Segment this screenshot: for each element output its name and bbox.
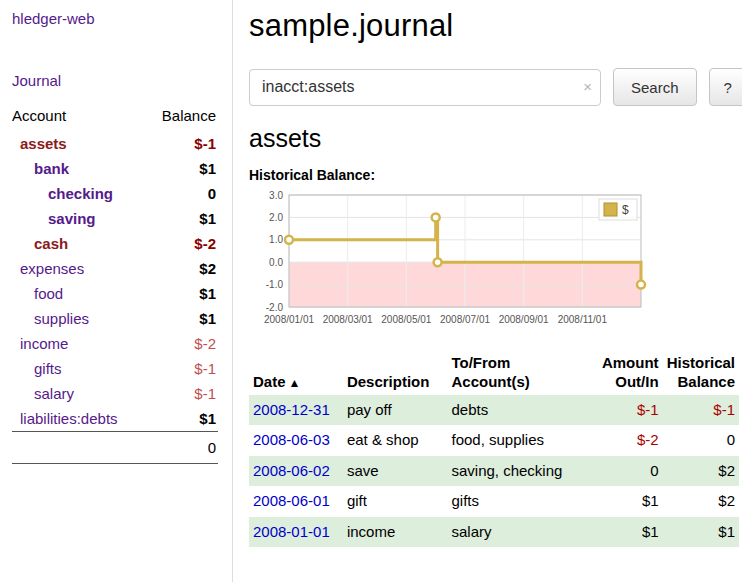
search-form: × Search ?: [249, 68, 742, 106]
svg-text:0.0: 0.0: [269, 257, 283, 268]
account-balance: $1: [142, 285, 218, 302]
transaction-date-link[interactable]: 2008-01-01: [253, 523, 330, 540]
account-balance: 0: [142, 185, 218, 202]
account-balance: $1: [142, 210, 218, 227]
account-link-income[interactable]: income: [20, 335, 68, 352]
transaction-description: save: [347, 462, 379, 479]
register-table: Date▲ Description To/From Account(s) Amo…: [249, 351, 739, 547]
description-column-header: Description: [343, 351, 448, 395]
account-balance: $1: [142, 310, 218, 327]
register-row: 2008-12-31 pay off debts $-1 $-1: [249, 395, 739, 426]
date-column-header[interactable]: Date▲: [249, 351, 343, 395]
account-row: assets $-1: [12, 131, 218, 156]
search-button[interactable]: Search: [613, 68, 697, 106]
transaction-amount: $-1: [637, 401, 659, 418]
svg-text:2008/03/01: 2008/03/01: [323, 314, 373, 325]
main-content: sample.journal × Search ? assets Histori…: [233, 0, 742, 582]
amount-column-header: Amount Out/In: [591, 351, 663, 395]
register-header-row: Date▲ Description To/From Account(s) Amo…: [249, 351, 739, 395]
account-column-header: Account: [12, 103, 142, 131]
svg-text:$: $: [622, 203, 629, 217]
transaction-accounts: food, supplies: [451, 431, 544, 448]
transaction-accounts: salary: [451, 523, 491, 540]
transaction-date-link[interactable]: 2008-06-02: [253, 462, 330, 479]
account-balance: $-2: [142, 235, 218, 252]
svg-text:2008/09/01: 2008/09/01: [499, 314, 549, 325]
svg-text:2008/05/01: 2008/05/01: [381, 314, 431, 325]
transaction-date-link[interactable]: 2008-06-03: [253, 431, 330, 448]
account-link-liabilities-debts[interactable]: liabilities:debts: [20, 410, 118, 427]
svg-text:2008/11/01: 2008/11/01: [558, 314, 608, 325]
account-balance: $-1: [142, 360, 218, 377]
historical-balance-chart: $3.02.01.00.0-1.0-2.02008/01/012008/03/0…: [249, 189, 651, 335]
transaction-balance: $2: [718, 492, 735, 509]
account-link-checking[interactable]: checking: [48, 185, 113, 202]
transaction-description: income: [347, 523, 395, 540]
account-link-gifts[interactable]: gifts: [34, 360, 62, 377]
account-row: food $1: [12, 281, 218, 306]
transaction-description: pay off: [347, 401, 392, 418]
transaction-balance: $1: [718, 523, 735, 540]
account-balance: $-2: [142, 335, 218, 352]
account-row: cash $-2: [12, 231, 218, 256]
svg-text:1.0: 1.0: [269, 234, 283, 245]
account-row: expenses $2: [12, 256, 218, 281]
account-balance: $1: [142, 410, 218, 427]
transaction-balance: $-1: [713, 401, 735, 418]
svg-text:3.0: 3.0: [269, 190, 283, 201]
account-row: saving $1: [12, 206, 218, 231]
search-box: ×: [249, 69, 601, 106]
register-row: 2008-06-03 eat & shop food, supplies $-2…: [249, 425, 739, 456]
transaction-amount: $-2: [637, 431, 659, 448]
account-link-saving[interactable]: saving: [48, 210, 96, 227]
sort-ascending-icon: ▲: [289, 376, 301, 390]
account-link-supplies[interactable]: supplies: [34, 310, 89, 327]
account-row: supplies $1: [12, 306, 218, 331]
account-row: bank $1: [12, 156, 218, 181]
svg-text:-2.0: -2.0: [266, 302, 284, 313]
transaction-description: eat & shop: [347, 431, 419, 448]
account-link-bank[interactable]: bank: [34, 160, 69, 177]
account-link-food[interactable]: food: [34, 285, 63, 302]
account-balance: $-1: [142, 385, 218, 402]
account-balance: $1: [142, 160, 218, 177]
account-row: salary $-1: [12, 381, 218, 406]
svg-text:-1.0: -1.0: [266, 279, 284, 290]
historical-column-header: Historical Balance: [663, 351, 739, 395]
accounts-table: Account Balance assets $-1 bank $1 check…: [12, 103, 218, 464]
help-button[interactable]: ?: [709, 68, 742, 106]
svg-text:2008/01/01: 2008/01/01: [264, 314, 314, 325]
transaction-date-link[interactable]: 2008-12-31: [253, 401, 330, 418]
account-row: income $-2: [12, 331, 218, 356]
tofrom-column-header: To/From Account(s): [447, 351, 590, 395]
date-header-label: Date: [253, 373, 286, 390]
account-row: checking 0: [12, 181, 218, 206]
clear-search-icon[interactable]: ×: [583, 78, 592, 95]
sidebar: hledger-web Journal Account Balance asse…: [0, 0, 233, 582]
sidebar-item-journal[interactable]: Journal: [12, 72, 61, 89]
account-link-cash[interactable]: cash: [34, 235, 68, 252]
transaction-amount: $1: [642, 523, 659, 540]
transaction-amount: 0: [650, 462, 658, 479]
page-title: sample.journal: [249, 8, 742, 44]
transaction-description: gift: [347, 492, 367, 509]
account-balance: $2: [142, 260, 218, 277]
chart-title: Historical Balance:: [249, 167, 742, 183]
svg-text:2.0: 2.0: [269, 212, 283, 223]
account-balance: $-1: [142, 135, 218, 152]
svg-text:2008/07/01: 2008/07/01: [440, 314, 490, 325]
transaction-balance: 0: [727, 431, 735, 448]
account-link-salary[interactable]: salary: [34, 385, 74, 402]
account-link-assets[interactable]: assets: [20, 135, 67, 152]
register-row: 2008-06-02 save saving, checking 0 $2: [249, 456, 739, 487]
accounts-header-row: Account Balance: [12, 103, 218, 131]
accounts-total-row: 0: [12, 432, 218, 464]
search-input[interactable]: [249, 69, 601, 106]
register-row: 2008-06-01 gift gifts $1 $2: [249, 486, 739, 517]
account-link-expenses[interactable]: expenses: [20, 260, 84, 277]
app-title-link[interactable]: hledger-web: [12, 10, 95, 27]
accounts-total-value: 0: [142, 436, 218, 459]
section-title: assets: [249, 124, 742, 153]
transaction-date-link[interactable]: 2008-06-01: [253, 492, 330, 509]
transaction-balance: $2: [718, 462, 735, 479]
